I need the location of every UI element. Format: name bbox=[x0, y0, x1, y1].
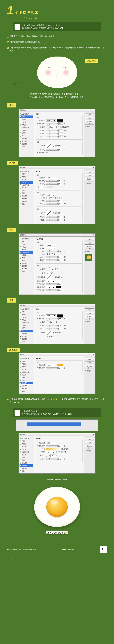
conclusion-text: 该噶喵~果然是一层的嘛~ bbox=[7, 478, 107, 481]
mid-text: 这时候有同学说这尼玛那里是鸡蛋啊，老子要吃蛋黄！！！！！！ 表着急嘛。先来就要到… bbox=[7, 92, 107, 99]
egg-result: One Layer Style Egg bbox=[7, 487, 107, 534]
step-num: 2 bbox=[7, 40, 9, 44]
ps-titlebar: 图层样式✕ bbox=[19, 109, 95, 112]
close-icon[interactable]: ✕ bbox=[93, 166, 94, 168]
panel-label-coloroverlay: 颜色叠加 bbox=[7, 348, 20, 352]
intro-box: 泥喵，我是个新人，不善言语，眼神中充满了忧郁 第一次就送给大家了。要是哪里说得不… bbox=[13, 22, 101, 31]
list-item[interactable]: 外发光 bbox=[19, 121, 33, 124]
panel-label-satin: 光泽 bbox=[7, 298, 16, 302]
svg-rect-1 bbox=[18, 26, 19, 27]
slider[interactable] bbox=[46, 123, 57, 124]
intro-line2: 第一次就送给大家了。要是哪里说得不对，你杀了我呀~ bbox=[22, 27, 64, 30]
scroll-text: 滚粗！ bbox=[13, 81, 25, 86]
panels-section: 投影 图层样式✕ 混合选项:默认 投影 内阴影 外发光 内发光 斜面和浮雕 等高… bbox=[7, 103, 107, 394]
list-item[interactable]: 颜色叠加 bbox=[19, 137, 33, 140]
ok-button[interactable]: 确定 bbox=[85, 113, 94, 116]
list-item[interactable]: 纹理 bbox=[19, 132, 33, 134]
egg-yolk bbox=[46, 497, 68, 517]
header-title: 个图层画煎蛋 bbox=[15, 10, 39, 15]
svg-rect-0 bbox=[16, 26, 17, 27]
list-item[interactable]: 描边 bbox=[19, 146, 33, 148]
steps-list: 1不多说了，先新建一个800X800的白画布。这个必须会！ 2把背景抹成#618… bbox=[7, 34, 107, 52]
step-num: 3 bbox=[7, 46, 9, 52]
footer-left: 有什么不安满，请在新浪围脖@赵基盛 bbox=[7, 548, 36, 551]
ps-dialog-shadow: 图层样式✕ 混合选项:默认 投影 内阴影 外发光 内发光 斜面和浮雕 等高线 纹… bbox=[18, 108, 96, 157]
panel-label-shadow: 投影 bbox=[7, 103, 16, 108]
svg-point-9 bbox=[104, 549, 104, 549]
blob-tag: 泥喵我是荷蛋~ bbox=[85, 60, 98, 63]
footer-avatar bbox=[100, 546, 107, 553]
ps-dialog-bevel: 图层样式✕ 混合选项:默认 投影 内阴影 外发光 内发光 斜面和浮雕 等高线 纹… bbox=[18, 234, 96, 295]
cancel-button[interactable]: 取消 bbox=[85, 117, 94, 120]
ps-dialog-innerglow: 图层样式✕ 混合选项:默认 投影 内阴影 外发光 内发光 斜面和浮雕 等高线 纹… bbox=[18, 166, 96, 224]
contour-picker[interactable] bbox=[46, 144, 52, 148]
step-text: 不多说了，先新建一个800X800的白画布。这个必须会！ bbox=[10, 34, 56, 39]
header-subtitle: 又问：哀有PSD咩？ bbox=[24, 17, 107, 19]
list-item[interactable]: 内发光 bbox=[19, 124, 33, 126]
fried-egg-illustration bbox=[34, 487, 80, 527]
list-item[interactable]: 渐变叠加 bbox=[19, 140, 33, 142]
step-num: 1 bbox=[7, 34, 9, 39]
gradient-screenshot bbox=[16, 420, 98, 431]
watermark: 人人网设计中心 bbox=[7, 558, 107, 559]
close-icon[interactable]: ✕ bbox=[93, 354, 94, 356]
warp-section: 注意控制蛋黄的大小。 什么？你说渐变的位置不对？拿起你的小鼠标拖动一下位置头试试… bbox=[7, 408, 107, 474]
list-item[interactable]: 等高线 bbox=[19, 129, 33, 132]
panel-label-innerglow: 内发光 bbox=[7, 160, 18, 165]
divider bbox=[7, 540, 107, 540]
close-icon[interactable]: ✕ bbox=[93, 434, 94, 436]
svg-point-8 bbox=[103, 549, 103, 549]
blend-select[interactable]: 叠加 bbox=[46, 119, 56, 122]
ps-dialog-satin: 图层样式✕ 混合选项:默认 投影 内阴影 外发光 内发光 斜面和浮雕 等高线 纹… bbox=[18, 304, 96, 344]
color-swatch[interactable] bbox=[57, 119, 63, 122]
header: 1 个图层画煎蛋 bbox=[7, 4, 107, 16]
intro-line1: 泥喵，我是个新人，不善言语，眼神中充满了忧郁 bbox=[22, 24, 64, 27]
svg-point-7 bbox=[103, 548, 104, 550]
panel-label-bevel: 浮雕 bbox=[7, 228, 16, 232]
svg-rect-3 bbox=[16, 412, 17, 413]
list-item[interactable]: 内阴影 bbox=[19, 118, 33, 121]
face-icon bbox=[14, 24, 20, 30]
angle-dial[interactable] bbox=[46, 125, 50, 129]
egg-title: One Layer Style Egg bbox=[47, 531, 67, 534]
egg-blob bbox=[37, 56, 77, 88]
list-item[interactable]: 图案叠加 bbox=[19, 143, 33, 145]
blob-illustration: 泥喵我是荷蛋~ 滚粗！ bbox=[7, 56, 107, 88]
close-icon[interactable]: ✕ bbox=[93, 234, 94, 236]
list-item[interactable]: 混合选项:默认 bbox=[19, 113, 33, 115]
color-swatch[interactable] bbox=[37, 186, 39, 188]
close-icon[interactable]: ✕ bbox=[93, 109, 94, 111]
step-text: 把背景抹成#618941这样骚儿的绿色。 bbox=[10, 40, 41, 44]
footer: 有什么不安满，请在新浪围脖@赵基盛 作业也要交哦~ bbox=[7, 544, 107, 554]
preview-thumb bbox=[85, 254, 92, 261]
close-icon[interactable]: ✕ bbox=[93, 304, 94, 306]
list-item[interactable]: 光泽 bbox=[19, 134, 33, 137]
step-4: 4 是不是感觉贴得好累啊再也不会爱了？最后一步，渐变做加，将会出现大家想要的蛋黄… bbox=[7, 397, 107, 404]
footer-right: 作业也要交哦~ bbox=[62, 548, 74, 551]
ps-dialog-coloroverlay: 图层样式✕ 混合选项:默认 投影 内阴影 外发光 内发光 斜面和浮雕 等高线 纹… bbox=[18, 353, 96, 394]
new-style-button[interactable]: 新建样式(W)... bbox=[85, 120, 94, 125]
opacity-input[interactable] bbox=[58, 122, 63, 125]
list-item[interactable]: 投影 bbox=[19, 116, 33, 118]
step-text: 用形状钢笔在画布上画一坨白色的煎蛋的形状。其实颜色不重要哒。记得形状描得圆润一些… bbox=[10, 46, 107, 52]
svg-rect-4 bbox=[18, 412, 19, 413]
header-number: 1 bbox=[7, 4, 13, 16]
color-swatch[interactable] bbox=[57, 364, 63, 366]
face-icon bbox=[14, 410, 20, 416]
ps-styles-list: 混合选项:默认 投影 内阴影 外发光 内发光 斜面和浮雕 等高线 纹理 光泽 颜… bbox=[19, 112, 34, 157]
ps-dialog-gradient: 图层样式✕ 混合选项:默认 投影 内阴影 外发光 内发光 斜面和浮雕 等高线 纹… bbox=[18, 433, 96, 474]
list-item[interactable]: 斜面和浮雕 bbox=[19, 126, 33, 129]
gradient-swatch[interactable] bbox=[46, 448, 60, 450]
ps-main-shadow: 投影 结构 混合模式:叠加 不透明度(O):% 角度(A):度使用全局光(G) … bbox=[34, 112, 84, 157]
